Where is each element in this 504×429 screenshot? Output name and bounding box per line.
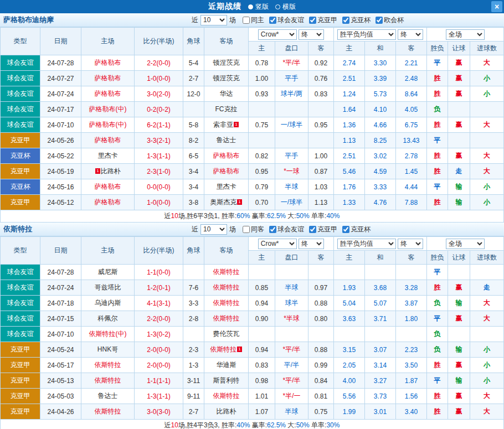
match-type-badge: 克亚甲 <box>1 404 40 420</box>
filter-checkbox[interactable]: 克亚杯 <box>342 225 371 234</box>
mean-type-select[interactable]: 胜平负均值 <box>337 239 396 249</box>
result-wdl: 胜 <box>427 195 448 210</box>
odds-away: 0.87 <box>308 164 334 179</box>
odds-home: 0.94 <box>249 342 275 358</box>
home-team: 萨格勒布 <box>81 133 135 148</box>
mean-final-select[interactable]: 终 <box>398 239 423 249</box>
filter-checkbox[interactable]: 球会友谊 <box>269 15 304 25</box>
filter-checkbox[interactable]: 同主 <box>243 15 264 25</box>
home-team: 萨格勒布 <box>81 55 135 71</box>
corner-count <box>183 102 204 117</box>
away-team: 奥斯杰克1 <box>204 195 249 210</box>
table-row: 球会友谊 24-07-24 哥兹塔比 1-2(0-1) 7-6 依斯特拉 0.8… <box>1 280 504 296</box>
handicap-line: *半球 <box>275 311 308 327</box>
away-team: 顿涅茨克 <box>204 55 249 71</box>
odds-final-select[interactable]: 终 <box>299 239 324 249</box>
team-name: 依斯特拉 <box>3 224 192 234</box>
red-number-badge: 1 <box>237 347 241 352</box>
period-select[interactable]: 全场 <box>446 29 485 40</box>
close-icon[interactable]: × <box>491 1 502 12</box>
score: 3-0(2-0) <box>135 86 183 102</box>
result-wdl: 平 <box>427 265 448 280</box>
result-goals: 小 <box>470 358 504 373</box>
mean-home-odds: 5.04 <box>334 296 365 311</box>
mean-away-odds: 4.44 <box>396 179 427 195</box>
score: 1-3(0-2) <box>135 327 183 342</box>
col-header-home: 主场 <box>81 237 135 265</box>
mean-home-odds: 2.51 <box>334 148 365 164</box>
table-row: 克亚杯 24-05-16 萨格勒布 0-0(0-0) 3-4 里杰卡 0.79 … <box>1 179 504 195</box>
handicap-line: 一/球半 <box>275 117 308 133</box>
mean-away-odds: 2.48 <box>396 71 427 86</box>
filter-checkbox[interactable]: 克亚甲 <box>309 225 337 234</box>
match-type-badge: 球会友谊 <box>1 265 40 280</box>
mean-type-select[interactable]: 胜平负均值 <box>337 29 396 40</box>
mean-draw-odds: 5.07 <box>365 296 396 311</box>
mean-draw-odds: 3.73 <box>365 389 396 404</box>
filter-checkbox-group: 同主球会友谊克亚甲克亚杯欧会杯 <box>243 15 404 25</box>
team-label: 乌迪内斯 <box>95 299 121 307</box>
filter-checkbox[interactable]: 克亚杯 <box>342 15 371 25</box>
period-select[interactable]: 全场 <box>446 239 485 249</box>
mean-home-odds: 1.64 <box>334 102 365 117</box>
corner-count <box>183 327 204 342</box>
result-handicap: 输 <box>448 373 470 389</box>
filter-checkbox-input[interactable] <box>243 226 250 233</box>
match-type-badge: 球会友谊 <box>1 117 40 133</box>
mean-draw-odds <box>365 265 396 280</box>
filter-games-label: 场 <box>229 15 236 25</box>
result-handicap: 赢 <box>448 117 470 133</box>
home-team: 萨格勒布 <box>81 86 135 102</box>
filter-checkbox-input[interactable] <box>342 226 349 233</box>
sub-header-goals-result: 进球数 <box>470 42 504 55</box>
bookmaker-select[interactable]: Crow* <box>258 29 297 40</box>
filter-checkbox-input[interactable] <box>269 17 276 24</box>
filter-checkbox-input[interactable] <box>309 17 316 24</box>
games-count-select[interactable]: 10 <box>200 15 227 25</box>
filter-checkbox-input[interactable] <box>376 17 383 24</box>
score: 0-2(0-2) <box>135 102 183 117</box>
sub-header-handicap-result: 让球 <box>448 42 470 55</box>
match-type-badge: 球会友谊 <box>1 71 40 86</box>
handicap-line: 半球 <box>275 179 308 195</box>
horizontal-layout-radio[interactable]: 横版 <box>275 2 296 12</box>
handicap-line: 平/半 <box>275 358 308 373</box>
home-team: 里杰卡 <box>81 148 135 164</box>
filter-checkbox[interactable]: 同客 <box>243 225 264 234</box>
focus-team-label: 萨格勒布 <box>213 167 240 175</box>
matches-table: 类型 日期 主场 比分(半场) 角球 客场 Crow* 终 胜平负均值 终 全场 <box>0 27 504 223</box>
handicap-line <box>275 265 308 280</box>
mean-home-odds: 2.74 <box>334 55 365 71</box>
away-team: 依斯特拉 <box>204 280 249 296</box>
mean-home-odds: 3.63 <box>334 311 365 327</box>
bookmaker-select[interactable]: Crow* <box>258 239 297 249</box>
filter-checkbox[interactable]: 克亚甲 <box>309 15 337 25</box>
filter-checkbox[interactable]: 球会友谊 <box>269 225 304 234</box>
vertical-layout-radio[interactable]: 竖版 <box>248 2 269 12</box>
corner-count: 2-3 <box>183 342 204 358</box>
games-count-select[interactable]: 10 <box>200 224 227 235</box>
corner-count: 12-0 <box>183 86 204 102</box>
filter-checkbox-input[interactable] <box>342 17 349 24</box>
filter-checkbox-input[interactable] <box>309 226 316 233</box>
mean-final-select[interactable]: 终 <box>398 29 423 40</box>
team-bar: 依斯特拉 近 10 场 同客球会友谊克亚甲克亚杯 <box>0 223 504 236</box>
mean-home-odds: 1.13 <box>334 133 365 148</box>
team-label: 华迪斯 <box>217 361 236 369</box>
result-handicap: 赢 <box>448 148 470 164</box>
filter-checkbox-input[interactable] <box>269 226 276 233</box>
team-label: 比路朴 <box>101 167 121 175</box>
corner-count: 5-4 <box>183 55 204 71</box>
odds-home: 0.79 <box>249 179 275 195</box>
focus-team-label: 依斯特拉 <box>95 407 121 415</box>
col-header-corner: 角球 <box>183 28 204 55</box>
table-row: 克亚甲 24-05-19 1比路朴 2-3(1-0) 3-4 萨格勒布 0.95… <box>1 164 504 179</box>
odds-final-select[interactable]: 终 <box>299 29 324 40</box>
mean-home-odds: 1.33 <box>334 195 365 210</box>
filter-checkbox[interactable]: 欧会杯 <box>376 15 404 25</box>
team-label: 奥斯杰克 <box>210 198 236 206</box>
home-team: 萨格勒布 <box>81 71 135 86</box>
filter-checkbox-input[interactable] <box>243 17 250 24</box>
away-team: 里杰卡 <box>204 179 249 195</box>
summary-text: 赢率: <box>250 212 267 220</box>
